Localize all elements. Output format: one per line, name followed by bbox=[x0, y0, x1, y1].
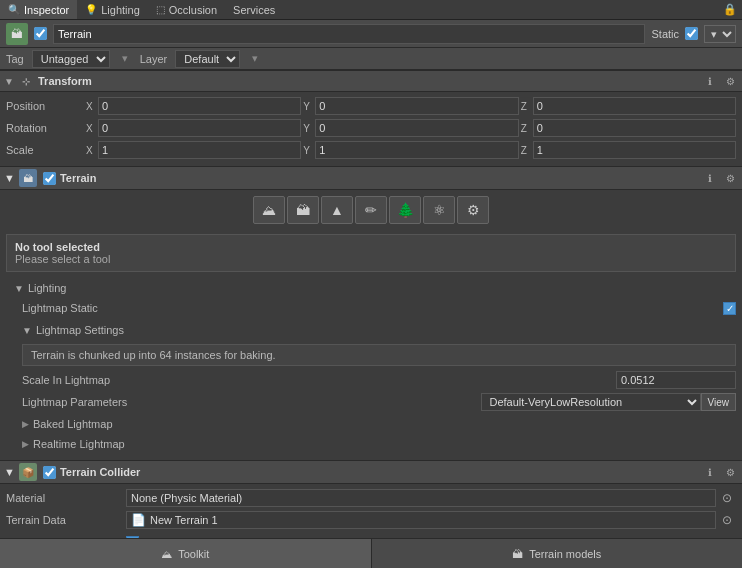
pos-x-label: X bbox=[86, 101, 98, 112]
rotation-label: Rotation bbox=[6, 122, 86, 134]
material-select-icon[interactable]: ⊙ bbox=[718, 489, 736, 507]
position-x-input[interactable] bbox=[98, 97, 301, 115]
tab-occlusion[interactable]: ⬚ Occlusion bbox=[148, 0, 225, 19]
scale-lightmap-label: Scale In Lightmap bbox=[22, 374, 616, 386]
realtime-lightmap-item[interactable]: ▶ Realtime Lightmap bbox=[6, 434, 736, 454]
terrain-header-right: ℹ ⚙ bbox=[702, 170, 738, 186]
lightmap-params-view-button[interactable]: View bbox=[701, 393, 737, 411]
pos-z-label: Z bbox=[521, 101, 533, 112]
scale-z-field: Z bbox=[521, 141, 736, 159]
rotation-x-field: X bbox=[86, 119, 301, 137]
scale-y-label: Y bbox=[303, 145, 315, 156]
position-x-field: X bbox=[86, 97, 301, 115]
inspector-icon: 🔍 bbox=[8, 4, 20, 15]
scale-y-field: Y bbox=[303, 141, 518, 159]
toolkit-tab-label: Toolkit bbox=[178, 548, 209, 560]
lighting-sub-header[interactable]: ▼ Lighting bbox=[6, 278, 736, 298]
lighting-arrow: ▼ bbox=[14, 283, 24, 294]
collider-gear-icon[interactable]: ⚙ bbox=[722, 464, 738, 480]
rotation-fields: X Y Z bbox=[86, 119, 736, 137]
static-label: Static bbox=[651, 28, 679, 40]
rotation-y-input[interactable] bbox=[315, 119, 518, 137]
material-value: None (Physic Material) bbox=[126, 489, 716, 507]
scale-x-input[interactable] bbox=[98, 141, 301, 159]
rotation-z-input[interactable] bbox=[533, 119, 736, 137]
collider-info-icon[interactable]: ℹ bbox=[702, 464, 718, 480]
no-tool-subtitle: Please select a tool bbox=[15, 253, 727, 265]
lightmap-static-row: Lightmap Static ✓ bbox=[22, 298, 736, 318]
rot-x-label: X bbox=[86, 123, 98, 134]
lightmap-params-label: Lightmap Parameters bbox=[22, 396, 481, 408]
scale-y-input[interactable] bbox=[315, 141, 518, 159]
collider-enabled-checkbox[interactable] bbox=[43, 466, 56, 479]
layer-select[interactable]: Default bbox=[175, 50, 240, 68]
collider-arrow: ▼ bbox=[4, 466, 15, 478]
object-icon: 🏔 bbox=[6, 23, 28, 45]
bottom-tab-toolkit[interactable]: ⛰ Toolkit bbox=[0, 539, 372, 568]
transform-gear-icon[interactable]: ⚙ bbox=[722, 73, 738, 89]
terrain-models-tab-label: Terrain models bbox=[529, 548, 601, 560]
no-tool-title: No tool selected bbox=[15, 241, 727, 253]
lock-icon[interactable]: 🔒 bbox=[722, 2, 738, 18]
lighting-subsection: ▼ Lighting Lightmap Static ✓ ▼ Lightmap … bbox=[0, 276, 742, 454]
tag-select[interactable]: Untagged bbox=[32, 50, 110, 68]
bottom-tabs: ⛰ Toolkit 🏔 Terrain models bbox=[0, 538, 742, 568]
terrain-data-select-icon[interactable]: ⊙ bbox=[718, 511, 736, 529]
lightmap-params-select[interactable]: Default-VeryLowResolution bbox=[481, 393, 701, 411]
scale-row: Scale X Y Z bbox=[6, 140, 736, 160]
main-scroll-area: ▼ ⊹ Transform ℹ ⚙ Position X Y Z bbox=[0, 70, 742, 538]
lightmap-static-label: Lightmap Static bbox=[22, 302, 723, 314]
toolkit-tab-icon: ⛰ bbox=[161, 548, 172, 560]
terrain-settings-tool-button[interactable]: ⚙ bbox=[457, 196, 489, 224]
realtime-lightmap-arrow: ▶ bbox=[22, 439, 29, 449]
raise-lower-tool-button[interactable]: ⛰ bbox=[253, 196, 285, 224]
static-checkbox[interactable] bbox=[685, 27, 698, 40]
terrain-gear-icon[interactable]: ⚙ bbox=[722, 170, 738, 186]
scale-x-field: X bbox=[86, 141, 301, 159]
scale-z-input[interactable] bbox=[533, 141, 736, 159]
position-row: Position X Y Z bbox=[6, 96, 736, 116]
material-row: Material None (Physic Material) ⊙ bbox=[6, 488, 736, 508]
scale-lightmap-row: Scale In Lightmap bbox=[22, 370, 736, 390]
material-value-text: None (Physic Material) bbox=[131, 492, 242, 504]
transform-title: Transform bbox=[38, 75, 92, 87]
lightmap-settings-header[interactable]: ▼ Lightmap Settings bbox=[6, 320, 736, 340]
bottom-tab-terrain-models[interactable]: 🏔 Terrain models bbox=[372, 539, 743, 568]
transform-info-icon[interactable]: ℹ bbox=[702, 73, 718, 89]
lightmap-static-checkbox[interactable]: ✓ bbox=[723, 302, 736, 315]
transform-section: Position X Y Z Rotation X bbox=[0, 92, 742, 166]
rotation-z-field: Z bbox=[521, 119, 736, 137]
terrain-info-icon[interactable]: ℹ bbox=[702, 170, 718, 186]
tab-lighting[interactable]: 💡 Lighting bbox=[77, 0, 148, 19]
tag-layer-row: Tag Untagged ▾ Layer Default ▾ bbox=[0, 48, 742, 70]
position-fields: X Y Z bbox=[86, 97, 736, 115]
rotation-x-input[interactable] bbox=[98, 119, 301, 137]
scale-fields: X Y Z bbox=[86, 141, 736, 159]
smooth-height-tool-button[interactable]: ▲ bbox=[321, 196, 353, 224]
tab-inspector[interactable]: 🔍 Inspector bbox=[0, 0, 77, 19]
scale-lightmap-input[interactable] bbox=[616, 371, 736, 389]
collider-section: Material None (Physic Material) ⊙ Terrai… bbox=[0, 484, 742, 538]
paint-texture-tool-button[interactable]: ✏ bbox=[355, 196, 387, 224]
no-tool-box: No tool selected Please select a tool bbox=[6, 234, 736, 272]
tab-services[interactable]: Services bbox=[225, 0, 283, 19]
static-dropdown[interactable]: ▾ bbox=[704, 25, 736, 43]
paint-details-tool-button[interactable]: ⚛ bbox=[423, 196, 455, 224]
terrain-enabled-checkbox[interactable] bbox=[43, 172, 56, 185]
tab-inspector-label: Inspector bbox=[24, 4, 69, 16]
terrain-data-value-text: New Terrain 1 bbox=[150, 514, 218, 526]
collider-header-right: ℹ ⚙ bbox=[702, 464, 738, 480]
transform-section-header[interactable]: ▼ ⊹ Transform ℹ ⚙ bbox=[0, 70, 742, 92]
paint-height-tool-button[interactable]: 🏔 bbox=[287, 196, 319, 224]
object-name-input[interactable] bbox=[53, 24, 645, 44]
position-z-input[interactable] bbox=[533, 97, 736, 115]
transform-arrow: ▼ bbox=[4, 76, 14, 87]
layer-label: Layer bbox=[140, 53, 168, 65]
object-enabled-checkbox[interactable] bbox=[34, 27, 47, 40]
baked-lightmap-item[interactable]: ▶ Baked Lightmap bbox=[6, 414, 736, 434]
terrain-section-header[interactable]: ▼ 🏔 Terrain ℹ ⚙ bbox=[0, 166, 742, 190]
terrain-collider-header[interactable]: ▼ 📦 Terrain Collider ℹ ⚙ bbox=[0, 460, 742, 484]
place-trees-tool-button[interactable]: 🌲 bbox=[389, 196, 421, 224]
position-y-input[interactable] bbox=[315, 97, 518, 115]
scale-z-label: Z bbox=[521, 145, 533, 156]
